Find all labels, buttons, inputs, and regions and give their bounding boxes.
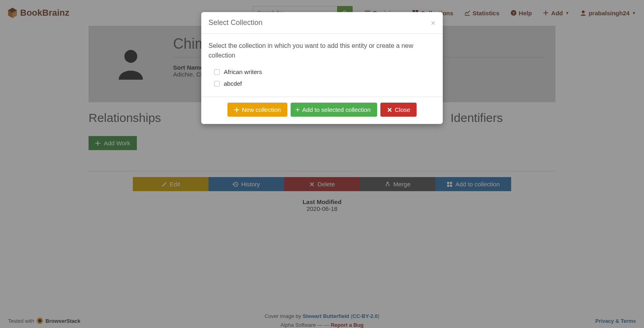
plus-icon bbox=[295, 107, 300, 112]
collection-option[interactable]: abcdef bbox=[208, 78, 436, 89]
close-modal-label: Close bbox=[395, 106, 410, 113]
new-collection-label: New collection bbox=[242, 106, 281, 113]
checkbox-icon[interactable] bbox=[214, 69, 220, 75]
select-collection-modal: Select Collection × Select the collectio… bbox=[201, 12, 443, 124]
modal-title: Select Collection bbox=[208, 19, 262, 27]
modal-prompt: Select the collection in which you want … bbox=[208, 41, 436, 60]
modal-footer: New collection Add to selected collectio… bbox=[201, 97, 443, 124]
svg-rect-28 bbox=[234, 109, 239, 110]
close-modal-button[interactable]: Close bbox=[380, 103, 417, 117]
svg-rect-30 bbox=[295, 109, 299, 110]
collection-option[interactable]: African writers bbox=[208, 66, 436, 78]
x-icon bbox=[387, 107, 392, 113]
add-to-selected-button[interactable]: Add to selected collection bbox=[291, 103, 377, 117]
modal-body: Select the collection in which you want … bbox=[201, 34, 443, 97]
collection-option-label: abcdef bbox=[224, 80, 242, 87]
collection-option-label: African writers bbox=[224, 68, 262, 75]
modal-close-button[interactable]: × bbox=[431, 19, 436, 27]
new-collection-button[interactable]: New collection bbox=[227, 103, 287, 117]
modal-header: Select Collection × bbox=[201, 12, 443, 34]
checkbox-icon[interactable] bbox=[214, 81, 220, 87]
add-to-selected-label: Add to selected collection bbox=[302, 106, 371, 113]
plus-icon bbox=[234, 107, 239, 113]
